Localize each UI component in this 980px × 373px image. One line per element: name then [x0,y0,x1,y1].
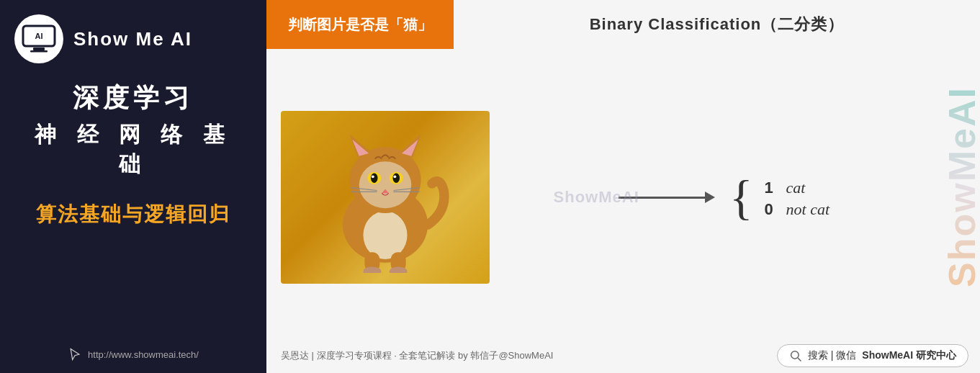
result-row-2: 0 not cat [765,200,830,219]
footer-text: 吴恩达 | 深度学习专项课程 · 全套笔记解读 by 韩信子@ShowMeAI [281,349,553,362]
arrow-row: { 1 cat 0 not cat [511,173,937,222]
search-badge[interactable]: 搜索 | 微信 ShowMeAI 研究中心 [777,344,968,367]
result-label-1: cat [786,179,806,197]
arrow-result: ShowMeAI { 1 cat 0 not cat [511,173,937,222]
search-brand: ShowMeAI 研究中心 [862,349,956,362]
result-num-2: 0 [765,200,776,219]
logo-circle: AI [14,14,63,63]
sidebar: AI Show Me AI 深度学习 神 经 网 络 基 础 算法基础与逻辑回归… [0,0,266,373]
arrow-shaft [619,197,705,199]
sidebar-subtitle: 算法基础与逻辑回归 [36,201,230,228]
search-icon [789,349,802,362]
result-items: 1 cat 0 not cat [765,173,830,219]
sidebar-title1: 深度学习 [73,81,194,116]
top-tag: 判断图片是否是「猫」 [266,0,454,49]
arrow-line [619,192,715,203]
result-num-1: 1 [765,179,776,197]
cat-svg [313,122,457,273]
main-area: ShowMeAI { 1 cat 0 not cat [266,49,980,338]
logo-area: AI Show Me AI [14,14,252,63]
logo-icon: AI [20,20,58,58]
svg-point-16 [372,175,374,178]
top-title: Binary Classification（二分类） [454,14,980,35]
svg-line-28 [798,358,801,361]
svg-point-15 [393,174,400,183]
svg-rect-1 [33,48,45,50]
result-box: { 1 cat 0 not cat [729,173,830,222]
svg-rect-2 [30,50,48,53]
svg-point-14 [371,174,378,183]
sidebar-footer: http://www.showmeai.tech/ [68,347,199,361]
footer-url: http://www.showmeai.tech/ [88,349,199,360]
logo-text: Show Me AI [73,28,192,50]
cursor-icon [68,347,82,361]
result-row-1: 1 cat [765,179,830,197]
svg-point-27 [791,351,799,359]
search-prefix: 搜索 | 微信 [808,349,856,362]
footer: 吴恩达 | 深度学习专项课程 · 全套笔记解读 by 韩信子@ShowMeAI … [266,338,980,373]
cat-image [281,111,490,284]
arrow-head [705,192,715,203]
content: 判断图片是否是「猫」 Binary Classification（二分类） [266,0,980,373]
svg-point-5 [363,211,407,259]
svg-text:AI: AI [35,32,43,40]
result-label-2: not cat [786,200,830,219]
svg-point-11 [359,161,412,208]
svg-point-17 [393,175,396,178]
top-bar: 判断图片是否是「猫」 Binary Classification（二分类） [266,0,980,49]
brace: { [729,173,753,222]
sidebar-title2: 神 经 网 络 基 础 [14,120,252,179]
